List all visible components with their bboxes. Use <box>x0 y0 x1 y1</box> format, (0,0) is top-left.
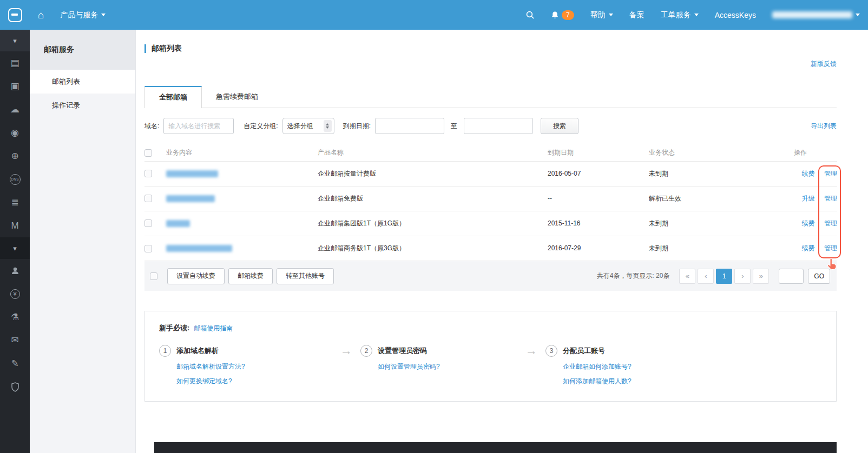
business-status: 解析已生效 <box>649 186 794 211</box>
table-row: 企业邮箱商务版1T（原3G版） 2016-07-29 未到期 续费 管理 <box>144 236 837 261</box>
product-name: 企业邮箱按量计费版 <box>318 161 548 186</box>
add-account-help-link[interactable]: 企业邮箱如何添加账号? <box>563 362 632 371</box>
notifications-button[interactable]: 7 <box>543 0 582 30</box>
account-menu[interactable] <box>764 0 868 30</box>
page-header: 邮箱列表 新版反馈 <box>144 44 837 56</box>
camera-icon: ◉ <box>11 127 19 138</box>
bottom-footer-bar <box>154 442 837 453</box>
expire-date-from-input[interactable] <box>375 118 444 134</box>
add-users-help-link[interactable]: 如何添加邮箱使用人数? <box>563 377 632 386</box>
chevron-down-icon <box>101 14 106 16</box>
rail-item-billing[interactable]: ¥ <box>0 282 30 305</box>
shield-icon <box>11 382 19 392</box>
accesskeys-link[interactable]: AccessKeys <box>707 0 764 30</box>
redacted-domain <box>166 245 232 252</box>
expire-date-to-input[interactable] <box>464 118 533 134</box>
ticket-service-label: 工单服务 <box>661 10 691 20</box>
batch-select-all-checkbox[interactable] <box>150 272 157 280</box>
products-menu[interactable]: 产品与服务 <box>52 0 114 30</box>
rail-item-cloud-storage[interactable]: ☁ <box>0 98 30 121</box>
sidebar-item-mailbox-list[interactable]: 邮箱列表 <box>30 70 135 94</box>
image-icon: ▣ <box>10 81 19 92</box>
rail-item-messages[interactable]: ✉ <box>0 329 30 352</box>
ticket-service-menu[interactable]: 工单服务 <box>653 0 707 30</box>
usage-guide-link[interactable]: 邮箱使用指南 <box>194 324 233 333</box>
redacted-domain <box>166 220 190 227</box>
upgrade-link[interactable]: 升级 <box>802 195 815 202</box>
manage-link[interactable]: 管理 <box>824 219 837 227</box>
sidebar-item-operation-log[interactable]: 操作记录 <box>30 94 135 117</box>
row-checkbox[interactable] <box>144 219 152 227</box>
transfer-account-button[interactable]: 转至其他账号 <box>277 268 334 284</box>
renew-link[interactable]: 续费 <box>802 219 815 227</box>
group-select-value: 选择分组 <box>287 122 313 131</box>
auto-renew-button[interactable]: 设置自动续费 <box>167 268 225 284</box>
manage-link[interactable]: 管理 <box>824 244 837 252</box>
pagination-first-button[interactable]: « <box>679 269 695 284</box>
group-select[interactable]: 选择分组 <box>282 118 334 134</box>
product-name: 企业邮箱集团版1T（原1G版） <box>318 211 548 236</box>
rail-item-instances[interactable]: ▤ <box>0 51 30 75</box>
rail-item-dns[interactable]: DNS <box>0 168 30 191</box>
rail-item-mail-m[interactable]: M <box>0 214 30 237</box>
business-status: 未到期 <box>649 161 794 186</box>
pagination-prev-button[interactable]: ‹ <box>698 269 714 284</box>
filter-row: 域名: 自定义分组: 选择分组 到期日期: 至 搜索 导出列表 <box>144 118 837 134</box>
redacted-domain <box>166 170 218 177</box>
rail-section-toggle[interactable]: ▾ <box>0 237 30 259</box>
accesskeys-label: AccessKeys <box>715 11 756 19</box>
renew-link[interactable]: 续费 <box>802 244 815 252</box>
pagination-page-1[interactable]: 1 <box>716 269 732 284</box>
new-version-feedback-link[interactable]: 新版反馈 <box>811 59 837 69</box>
mailbox-tabs: 全部邮箱 急需续费邮箱 <box>144 86 837 108</box>
rail-collapse-toggle[interactable]: ▾ <box>0 30 30 51</box>
beian-link[interactable]: 备案 <box>621 0 653 30</box>
mailbox-renew-button[interactable]: 邮箱续费 <box>228 268 273 284</box>
admin-password-help-link[interactable]: 如何设置管理员密码? <box>378 362 440 371</box>
rail-item-cdn[interactable]: ⊕ <box>0 144 30 168</box>
notification-count-badge: 7 <box>562 10 574 20</box>
pagination-next-button[interactable]: › <box>734 269 751 284</box>
select-all-checkbox[interactable] <box>144 149 152 157</box>
rail-item-lab[interactable]: ⚗ <box>0 305 30 329</box>
manage-link[interactable]: 管理 <box>824 195 837 202</box>
tab-renewal-needed[interactable]: 急需续费邮箱 <box>202 86 272 108</box>
renew-link[interactable]: 续费 <box>802 170 815 177</box>
dns-icon: DNS <box>10 174 21 185</box>
row-checkbox[interactable] <box>144 170 152 177</box>
guide-step-3: 3 分配员工账号 企业邮箱如何添加账号? 如何添加邮箱使用人数? <box>545 345 632 386</box>
row-checkbox[interactable] <box>144 195 152 202</box>
rail-item-servers[interactable]: ≣ <box>0 191 30 214</box>
rail-item-monitoring[interactable]: ◉ <box>0 121 30 144</box>
dns-setup-help-link[interactable]: 邮箱域名解析设置方法? <box>176 362 245 371</box>
home-button[interactable]: ⌂ <box>30 0 52 30</box>
search-button[interactable] <box>517 0 543 30</box>
search-submit-button[interactable]: 搜索 <box>541 118 578 134</box>
rail-item-feedback[interactable]: ✎ <box>0 352 30 375</box>
expire-date: 2016-05-07 <box>548 161 649 186</box>
aliyun-logo[interactable] <box>0 0 30 30</box>
record-count-summary: 共有4条，每页显示: 20条 <box>597 271 670 281</box>
tab-all-mailboxes[interactable]: 全部邮箱 <box>144 86 202 108</box>
rail-item-images[interactable]: ▣ <box>0 75 30 98</box>
yen-icon: ¥ <box>10 289 20 299</box>
help-menu[interactable]: 帮助 <box>582 0 621 30</box>
goto-page-button[interactable]: GO <box>808 269 830 284</box>
pagination-last-button[interactable]: » <box>753 269 769 284</box>
table-row: 企业邮箱集团版1T（原1G版） 2015-11-16 未到期 续费 管理 <box>144 211 837 236</box>
aliyun-logo-icon <box>8 8 22 22</box>
sidebar-title: 邮箱服务 <box>30 30 135 70</box>
goto-page-input[interactable] <box>779 269 804 284</box>
manage-link[interactable]: 管理 <box>824 170 837 177</box>
redacted-domain <box>166 195 215 202</box>
arrow-right-icon: → <box>517 345 545 386</box>
step-title: 设置管理员密码 <box>378 345 440 357</box>
export-list-link[interactable]: 导出列表 <box>811 122 837 131</box>
rail-item-security[interactable] <box>0 375 30 398</box>
row-checkbox[interactable] <box>144 245 152 252</box>
rail-item-account[interactable] <box>0 259 30 282</box>
mailbox-table-wrap: 业务内容 产品名称 到期日期 业务状态 操作 企业邮箱按量计费版 2016-05… <box>144 145 837 261</box>
domain-search-input[interactable] <box>163 118 234 134</box>
change-domain-help-link[interactable]: 如何更换绑定域名? <box>176 377 245 386</box>
chevron-down-icon <box>694 14 699 16</box>
